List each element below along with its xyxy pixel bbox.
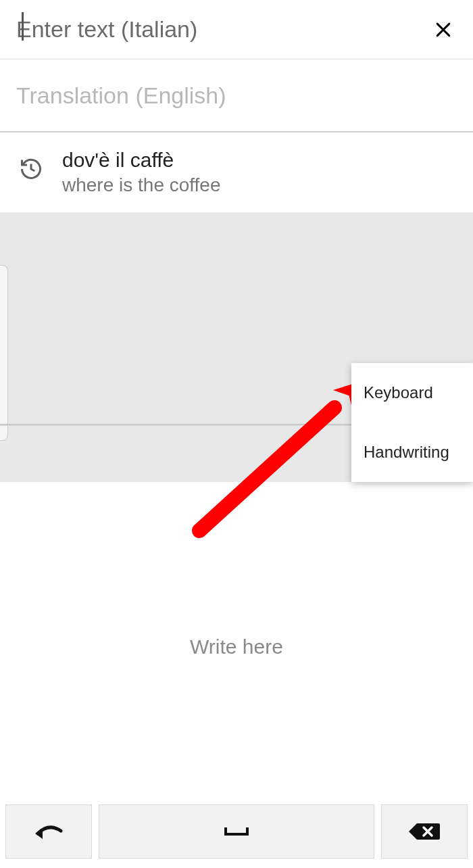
history-item[interactable]: dov'è il caffè where is the coffee bbox=[0, 132, 473, 212]
space-button[interactable] bbox=[99, 804, 374, 859]
handwriting-hint: Write here bbox=[190, 635, 283, 658]
history-text: dov'è il caffè where is the coffee bbox=[62, 149, 221, 196]
handwriting-toolbar bbox=[0, 798, 473, 868]
svg-marker-2 bbox=[35, 828, 43, 839]
history-source-text: dov'è il caffè bbox=[62, 149, 221, 172]
close-button[interactable] bbox=[430, 16, 457, 43]
input-method-menu: Keyboard Handwriting bbox=[351, 363, 473, 482]
backspace-button[interactable] bbox=[381, 804, 468, 859]
source-text-input[interactable] bbox=[16, 16, 430, 43]
input-section bbox=[0, 0, 473, 59]
handwriting-area[interactable]: Write here bbox=[0, 487, 473, 798]
undo-button[interactable] bbox=[5, 804, 92, 859]
translation-section: Translation (English) bbox=[0, 59, 473, 132]
space-icon bbox=[223, 825, 250, 838]
text-cursor bbox=[22, 12, 24, 41]
menu-item-keyboard[interactable]: Keyboard bbox=[351, 363, 473, 423]
close-icon bbox=[433, 20, 453, 40]
menu-item-handwriting[interactable]: Handwriting bbox=[351, 423, 473, 482]
history-icon bbox=[19, 157, 43, 184]
panel-pull-tab[interactable] bbox=[0, 265, 8, 441]
history-target-text: where is the coffee bbox=[62, 174, 221, 196]
translation-placeholder: Translation (English) bbox=[16, 82, 226, 109]
backspace-icon bbox=[407, 821, 441, 842]
undo-icon bbox=[32, 821, 65, 842]
